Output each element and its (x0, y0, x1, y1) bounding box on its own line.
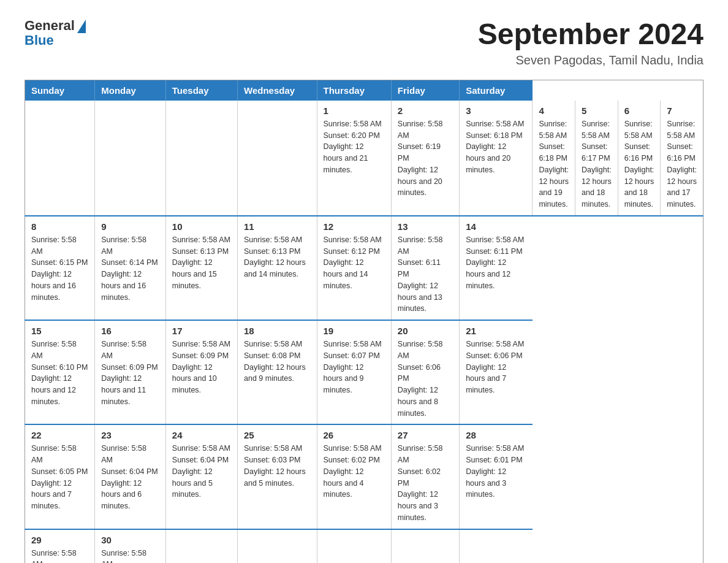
title-block: September 2024 Seven Pagodas, Tamil Nadu… (478, 18, 703, 67)
calendar-week-row: 22Sunrise: 5:58 AMSunset: 6:05 PMDayligh… (25, 424, 703, 529)
day-info: Sunrise: 5:58 AMSunset: 6:11 PMDaylight:… (466, 234, 526, 292)
day-info: Sunrise: 5:58 AMSunset: 6:18 PMDaylight:… (539, 118, 569, 210)
weekday-header-row: SundayMondayTuesdayWednesdayThursdayFrid… (25, 80, 703, 101)
page-header: General Blue September 2024 Seven Pagoda… (25, 18, 703, 67)
calendar-cell (25, 101, 95, 216)
weekday-header-thursday: Thursday (317, 80, 391, 101)
day-info: Sunrise: 5:58 AMSunset: 6:20 PMDaylight:… (324, 118, 385, 176)
logo-triangle-icon (77, 20, 86, 33)
calendar-week-row: 8Sunrise: 5:58 AMSunset: 6:15 PMDaylight… (25, 216, 703, 320)
day-info: Sunrise: 5:58 AMSunset: 6:10 PMDaylight:… (31, 339, 88, 408)
day-info: Sunrise: 5:58 AMSunset: 6:13 PMDaylight:… (244, 234, 311, 280)
day-number: 30 (101, 535, 159, 545)
weekday-header-wednesday: Wednesday (238, 80, 317, 101)
day-number: 28 (466, 430, 526, 440)
calendar-cell: 4Sunrise: 5:58 AMSunset: 6:18 PMDaylight… (533, 101, 575, 216)
day-info: Sunrise: 5:58 AMSunset: 6:17 PMDaylight:… (582, 118, 612, 210)
calendar-cell: 25Sunrise: 5:58 AMSunset: 6:03 PMDayligh… (238, 424, 317, 529)
logo-general-text: General (25, 18, 75, 33)
calendar-cell (317, 529, 391, 563)
calendar-cell: 24Sunrise: 5:58 AMSunset: 6:04 PMDayligh… (165, 424, 237, 529)
calendar-cell: 18Sunrise: 5:58 AMSunset: 6:08 PMDayligh… (238, 320, 317, 424)
month-title: September 2024 (478, 18, 703, 51)
day-info: Sunrise: 5:58 AMSunset: 6:00 PMDaylight:… (101, 548, 159, 563)
day-info: Sunrise: 5:58 AMSunset: 6:11 PMDaylight:… (398, 234, 453, 315)
calendar-cell (95, 101, 166, 216)
calendar-cell: 17Sunrise: 5:58 AMSunset: 6:09 PMDayligh… (165, 320, 237, 424)
day-info: Sunrise: 5:58 AMSunset: 6:13 PMDaylight:… (172, 234, 231, 292)
day-info: Sunrise: 5:58 AMSunset: 6:04 PMDaylight:… (172, 443, 231, 500)
day-number: 21 (466, 326, 526, 336)
day-info: Sunrise: 5:58 AMSunset: 6:16 PMDaylight:… (624, 118, 654, 210)
day-info: Sunrise: 5:58 AMSunset: 6:09 PMDaylight:… (101, 339, 159, 408)
day-number: 11 (244, 221, 311, 232)
day-number: 20 (398, 326, 453, 336)
day-number: 8 (31, 221, 88, 232)
day-number: 2 (398, 105, 453, 116)
logo-blue-text: Blue (25, 33, 86, 48)
day-info: Sunrise: 5:58 AMSunset: 6:04 PMDaylight:… (101, 443, 159, 512)
day-info: Sunrise: 5:58 AMSunset: 6:16 PMDaylight:… (667, 118, 697, 210)
calendar-cell (165, 101, 237, 216)
calendar-cell (238, 529, 317, 563)
day-info: Sunrise: 5:58 AMSunset: 6:18 PMDaylight:… (466, 118, 526, 176)
calendar-cell: 15Sunrise: 5:58 AMSunset: 6:10 PMDayligh… (25, 320, 95, 424)
day-number: 4 (539, 105, 569, 116)
day-info: Sunrise: 5:58 AMSunset: 6:15 PMDaylight:… (31, 234, 88, 304)
day-number: 27 (398, 430, 453, 440)
calendar-cell (238, 101, 317, 216)
day-info: Sunrise: 5:58 AMSunset: 6:05 PMDaylight:… (31, 443, 88, 512)
day-number: 10 (172, 221, 231, 232)
day-info: Sunrise: 5:58 AMSunset: 6:02 PMDaylight:… (398, 443, 453, 523)
calendar-cell: 20Sunrise: 5:58 AMSunset: 6:06 PMDayligh… (391, 320, 459, 424)
calendar-cell: 1Sunrise: 5:58 AMSunset: 6:20 PMDaylight… (317, 101, 391, 216)
day-number: 25 (244, 430, 311, 440)
calendar-cell: 23Sunrise: 5:58 AMSunset: 6:04 PMDayligh… (95, 424, 166, 529)
weekday-header-sunday: Sunday (25, 80, 95, 101)
calendar-cell: 19Sunrise: 5:58 AMSunset: 6:07 PMDayligh… (317, 320, 391, 424)
calendar-cell (165, 529, 237, 563)
calendar-cell: 8Sunrise: 5:58 AMSunset: 6:15 PMDaylight… (25, 216, 95, 320)
day-number: 22 (31, 430, 88, 440)
day-info: Sunrise: 5:58 AMSunset: 6:03 PMDaylight:… (244, 443, 311, 489)
day-info: Sunrise: 5:58 AMSunset: 6:01 PMDaylight:… (466, 443, 526, 500)
calendar-cell: 14Sunrise: 5:58 AMSunset: 6:11 PMDayligh… (460, 216, 533, 320)
location-subtitle: Seven Pagodas, Tamil Nadu, India (478, 53, 703, 67)
day-info: Sunrise: 5:58 AMSunset: 6:08 PMDaylight:… (244, 339, 311, 385)
day-number: 5 (582, 105, 612, 116)
day-info: Sunrise: 5:58 AMSunset: 6:12 PMDaylight:… (324, 234, 385, 292)
weekday-header-monday: Monday (95, 80, 166, 101)
calendar-cell: 29Sunrise: 5:58 AMSunset: 6:00 PMDayligh… (25, 529, 95, 563)
day-number: 3 (466, 105, 526, 116)
day-info: Sunrise: 5:58 AMSunset: 6:00 PMDaylight:… (31, 548, 88, 563)
calendar-cell: 22Sunrise: 5:58 AMSunset: 6:05 PMDayligh… (25, 424, 95, 529)
calendar-cell: 16Sunrise: 5:58 AMSunset: 6:09 PMDayligh… (95, 320, 166, 424)
day-number: 6 (624, 105, 654, 116)
weekday-header-friday: Friday (391, 80, 459, 101)
day-info: Sunrise: 5:58 AMSunset: 6:06 PMDaylight:… (466, 339, 526, 396)
day-number: 19 (324, 326, 385, 336)
calendar-cell: 27Sunrise: 5:58 AMSunset: 6:02 PMDayligh… (391, 424, 459, 529)
calendar-cell (391, 529, 459, 563)
calendar-cell (460, 529, 533, 563)
day-number: 9 (101, 221, 159, 232)
day-info: Sunrise: 5:58 AMSunset: 6:06 PMDaylight:… (398, 339, 453, 419)
day-number: 1 (324, 105, 385, 116)
day-number: 12 (324, 221, 385, 232)
weekday-header-saturday: Saturday (460, 80, 533, 101)
calendar-cell: 13Sunrise: 5:58 AMSunset: 6:11 PMDayligh… (391, 216, 459, 320)
calendar-cell: 3Sunrise: 5:58 AMSunset: 6:18 PMDaylight… (460, 101, 533, 216)
calendar-cell: 9Sunrise: 5:58 AMSunset: 6:14 PMDaylight… (95, 216, 166, 320)
day-info: Sunrise: 5:58 AMSunset: 6:09 PMDaylight:… (172, 339, 231, 396)
day-info: Sunrise: 5:58 AMSunset: 6:07 PMDaylight:… (324, 339, 385, 396)
calendar-cell: 2Sunrise: 5:58 AMSunset: 6:19 PMDaylight… (391, 101, 459, 216)
weekday-header-tuesday: Tuesday (165, 80, 237, 101)
day-number: 13 (398, 221, 453, 232)
calendar-cell: 30Sunrise: 5:58 AMSunset: 6:00 PMDayligh… (95, 529, 166, 563)
calendar-cell: 12Sunrise: 5:58 AMSunset: 6:12 PMDayligh… (317, 216, 391, 320)
day-number: 15 (31, 326, 88, 336)
logo: General Blue (25, 18, 86, 48)
day-number: 26 (324, 430, 385, 440)
day-number: 29 (31, 535, 88, 545)
day-info: Sunrise: 5:58 AMSunset: 6:19 PMDaylight:… (398, 118, 453, 199)
